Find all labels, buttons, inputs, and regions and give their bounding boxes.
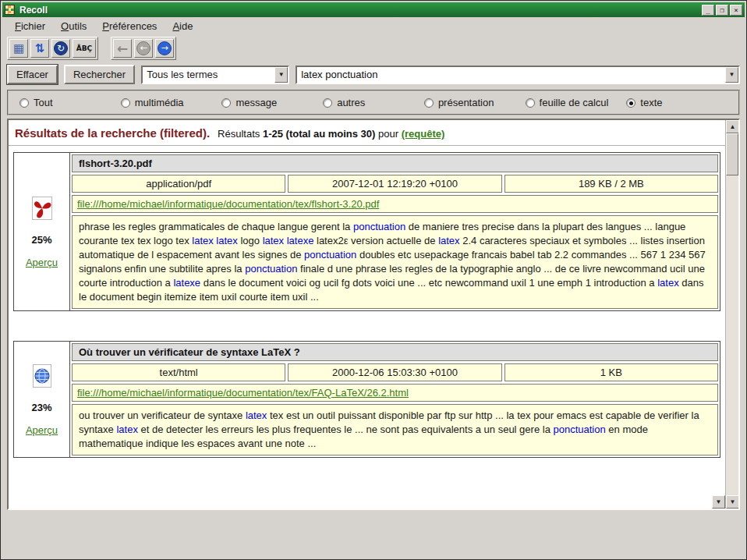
abc-term-explorer-icon: ÂBÇ — [76, 44, 92, 52]
result-side-panel: 25% Aperçu — [14, 153, 70, 310]
menubar: Fichier Outils Préférences Aide — [2, 17, 745, 35]
radio-icon — [323, 98, 332, 108]
term-explorer-button[interactable]: ÂBÇ — [73, 39, 96, 58]
filter-label: présentation — [438, 97, 494, 108]
toolbar: ▦ ⇅ ↻ ÂBÇ ← ← → — [2, 35, 745, 61]
result-abstract: phrase les regles grammaticales de chaqu… — [72, 215, 718, 309]
filter-radio-texte[interactable]: texte — [626, 97, 728, 108]
result-mime-type: text/html — [72, 363, 285, 381]
scrollbar-thumb[interactable] — [726, 133, 738, 175]
result-date: 2007-12-01 12:19:20 +0100 — [288, 175, 501, 193]
next-page-arrow-icon: → — [158, 41, 172, 55]
result-url-row: file:///home/michael/informatique/docume… — [72, 195, 718, 213]
down-arrow-icon: ▼ — [716, 498, 722, 505]
result-mime-type: application/pdf — [72, 175, 285, 193]
result-filename: flshort-3.20.pdf — [72, 154, 718, 172]
down-arrow-icon: ▼ — [730, 498, 736, 505]
results-header: Résultats de la recherche (filtered). Ré… — [9, 120, 725, 146]
toolbar-group-main: ▦ ⇅ ↻ ÂBÇ — [7, 37, 98, 60]
result-filename: Où trouver un vérificateur de syntaxe La… — [72, 343, 718, 361]
result-details: flshort-3.20.pdf application/pdf 2007-12… — [70, 153, 720, 310]
menu-aide[interactable]: Aide — [166, 19, 199, 34]
window-titlebar[interactable]: Recoll _ ❐ × — [2, 2, 745, 17]
doc-history-button[interactable]: ↻ — [51, 39, 70, 58]
filter-radio-presentation[interactable]: présentation — [424, 97, 526, 108]
filter-label: multimédia — [135, 97, 184, 108]
filter-radio-autres[interactable]: autres — [323, 97, 424, 108]
search-query-input[interactable] — [297, 67, 725, 83]
result-url-link[interactable]: file:///home/michael/informatique/docume… — [77, 387, 409, 399]
filter-label: message — [235, 97, 277, 108]
results-summary-label: Résultats — [218, 128, 260, 140]
html-globe-icon[interactable] — [30, 363, 54, 391]
menu-preferences[interactable]: Préférences — [96, 19, 163, 34]
scrollbar-track[interactable] — [726, 175, 738, 495]
menu-outils[interactable]: Outils — [55, 19, 93, 34]
result-item: 25% Aperçu flshort-3.20.pdf application/… — [13, 152, 720, 311]
first-page-arrow-icon: ← — [117, 41, 128, 56]
preview-link[interactable]: Aperçu — [26, 257, 58, 268]
result-size: 189 KB / 2 MB — [504, 175, 718, 193]
menu-fichier[interactable]: Fichier — [9, 19, 51, 34]
radio-icon — [121, 98, 130, 108]
filter-radio-feuille-de-calcul[interactable]: feuille de calcul — [526, 97, 627, 108]
results-range: 1-25 (total au moins 30) — [263, 128, 375, 140]
recoll-app-icon — [5, 5, 15, 15]
clear-search-button[interactable]: ▦ — [9, 39, 28, 58]
window-controls: _ ❐ × — [702, 5, 742, 16]
search-bar: Effacer Rechercher Tous les termes ▼ ▼ — [2, 61, 745, 88]
result-meta-row: application/pdf 2007-12-01 12:19:20 +010… — [72, 175, 718, 193]
result-url-link[interactable]: file:///home/michael/informatique/docume… — [77, 198, 379, 210]
pdf-icon[interactable] — [30, 196, 54, 223]
up-arrow-icon: ▲ — [730, 123, 736, 130]
query-combobox[interactable]: ▼ — [296, 66, 740, 84]
result-date: 2000-12-06 15:03:30 +0100 — [288, 363, 501, 381]
result-item: 23% Aperçu Où trouver un vérificateur de… — [13, 341, 720, 458]
results-list: 25% Aperçu flshort-3.20.pdf application/… — [9, 146, 725, 458]
result-side-panel: 23% Aperçu — [14, 342, 70, 457]
scrollbar-down-button[interactable]: ▼ — [726, 495, 739, 509]
preview-link[interactable]: Aperçu — [26, 424, 58, 436]
minimize-button[interactable]: _ — [702, 5, 714, 16]
next-page-button[interactable]: → — [155, 39, 174, 58]
results-scrollbar[interactable]: ▲ ▼ — [725, 120, 738, 509]
results-summary: Résultats 1-25 (total au moins 30) pour … — [218, 128, 444, 140]
chevron-down-icon[interactable]: ▼ — [274, 67, 288, 83]
clear-table-icon: ▦ — [13, 41, 24, 55]
filter-label: Tout — [34, 97, 53, 108]
previous-page-arrow-icon: ← — [136, 41, 150, 55]
search-mode-value: Tous les termes — [143, 67, 274, 83]
filter-label: texte — [640, 97, 662, 108]
filter-radio-multimedia[interactable]: multimédia — [121, 97, 222, 108]
radio-icon — [424, 98, 434, 108]
results-area: Résultats de la recherche (filtered). Ré… — [7, 119, 740, 510]
filter-radio-tout[interactable]: Tout — [19, 97, 121, 108]
results-summary-pour: pour — [378, 128, 398, 140]
inner-scrollbar-down-button[interactable]: ▼ — [712, 495, 725, 509]
sort-by-dates-button[interactable]: ⇅ — [30, 39, 49, 58]
close-button[interactable]: × — [730, 5, 742, 16]
first-page-button[interactable]: ← — [113, 39, 132, 58]
maximize-button[interactable]: ❐ — [716, 5, 728, 16]
filter-radio-message[interactable]: message — [221, 97, 323, 108]
filter-label: feuille de calcul — [540, 97, 609, 108]
chevron-down-icon[interactable]: ▼ — [725, 67, 738, 83]
filter-label: autres — [337, 97, 365, 108]
search-mode-combobox[interactable]: Tous les termes ▼ — [141, 66, 289, 84]
radio-icon — [19, 98, 29, 108]
clear-button[interactable]: Effacer — [7, 65, 58, 84]
recoll-window: Recoll _ ❐ × Fichier Outils Préférences … — [0, 0, 747, 560]
results-viewport: Résultats de la recherche (filtered). Ré… — [9, 120, 725, 509]
category-filter-panel: Tout multimédia message autres présentat… — [7, 90, 740, 115]
query-link[interactable]: (requête) — [402, 128, 445, 140]
search-button[interactable]: Rechercher — [64, 65, 135, 84]
history-clock-icon: ↻ — [54, 41, 68, 55]
result-meta-row: text/html 2000-12-06 15:03:30 +0100 1 KB — [72, 363, 718, 381]
result-abstract: ou trouver un verificateur de syntaxe la… — [72, 404, 718, 455]
window-title: Recoll — [19, 5, 697, 16]
sort-arrows-icon: ⇅ — [35, 41, 45, 55]
bottom-spacer — [2, 510, 745, 558]
scrollbar-up-button[interactable]: ▲ — [726, 120, 739, 133]
previous-page-button[interactable]: ← — [134, 39, 153, 58]
results-title: Résultats de la recherche (filtered). — [15, 126, 210, 140]
